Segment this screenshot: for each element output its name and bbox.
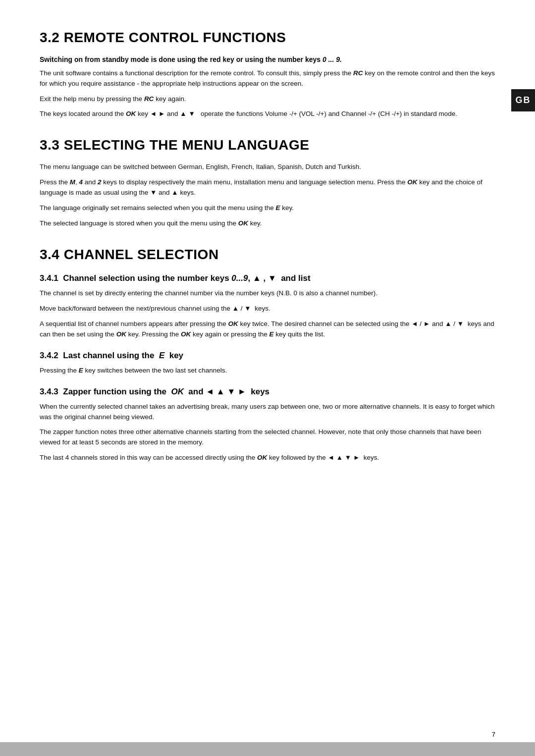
section-3-2-bold-intro: Switching on from standby mode is done u… bbox=[40, 54, 495, 65]
section-3-4-1-para-3: A sequential list of channel numbers app… bbox=[40, 319, 495, 340]
section-3-3: 3.3 SELECTING THE MENU LANGUAGE The menu… bbox=[40, 137, 495, 229]
section-3-4: 3.4 CHANNEL SELECTION 3.4.1 Channel sele… bbox=[40, 247, 495, 463]
section-3-4-1-para-1: The channel is set by directly entering … bbox=[40, 288, 495, 299]
section-3-4-3-para-3: The last 4 channels stored in this way c… bbox=[40, 453, 495, 463]
section-3-4-2: 3.4.2 Last channel using the E key Press… bbox=[40, 351, 495, 376]
section-3-4-1-para-2: Move back/forward between the next/previ… bbox=[40, 304, 495, 314]
section-3-4-title: 3.4 CHANNEL SELECTION bbox=[40, 247, 495, 263]
section-3-2: 3.2 REMOTE CONTROL FUNCTIONS Switching o… bbox=[40, 30, 495, 119]
section-3-3-para-4: The selected language is stored when you… bbox=[40, 218, 495, 229]
page: GB 3.2 REMOTE CONTROL FUNCTIONS Switchin… bbox=[0, 0, 535, 756]
section-3-4-2-para-1: Pressing the E key switches between the … bbox=[40, 366, 495, 376]
section-3-4-3: 3.4.3 Zapper function using the OK and ◄… bbox=[40, 387, 495, 464]
section-3-3-title: 3.3 SELECTING THE MENU LANGUAGE bbox=[40, 137, 495, 153]
section-3-4-1-title: 3.4.1 Channel selection using the number… bbox=[40, 273, 495, 283]
gb-tab: GB bbox=[511, 89, 535, 111]
section-3-4-3-title: 3.4.3 Zapper function using the OK and ◄… bbox=[40, 387, 495, 397]
section-3-4-3-para-1: When the currently selected channel take… bbox=[40, 402, 495, 423]
section-3-3-para-1: The menu language can be switched betwee… bbox=[40, 162, 495, 172]
page-number: 7 bbox=[492, 731, 495, 738]
section-3-4-2-title: 3.4.2 Last channel using the E key bbox=[40, 351, 495, 361]
section-3-3-para-3: The language originally set remains sele… bbox=[40, 203, 495, 214]
section-3-4-3-para-2: The zapper function notes three other al… bbox=[40, 427, 495, 448]
section-3-3-para-2: Press the M, 4 and 2 keys to display res… bbox=[40, 177, 495, 198]
section-3-2-para-2: Exit the help menu by pressing the RC ke… bbox=[40, 94, 495, 105]
section-3-2-para-3: The keys located around the OK key ◄ ► a… bbox=[40, 109, 495, 119]
section-3-2-title: 3.2 REMOTE CONTROL FUNCTIONS bbox=[40, 30, 495, 46]
footer-bar bbox=[0, 742, 535, 756]
section-3-4-1: 3.4.1 Channel selection using the number… bbox=[40, 273, 495, 340]
section-3-2-para-1: The unit software contains a functional … bbox=[40, 68, 495, 89]
